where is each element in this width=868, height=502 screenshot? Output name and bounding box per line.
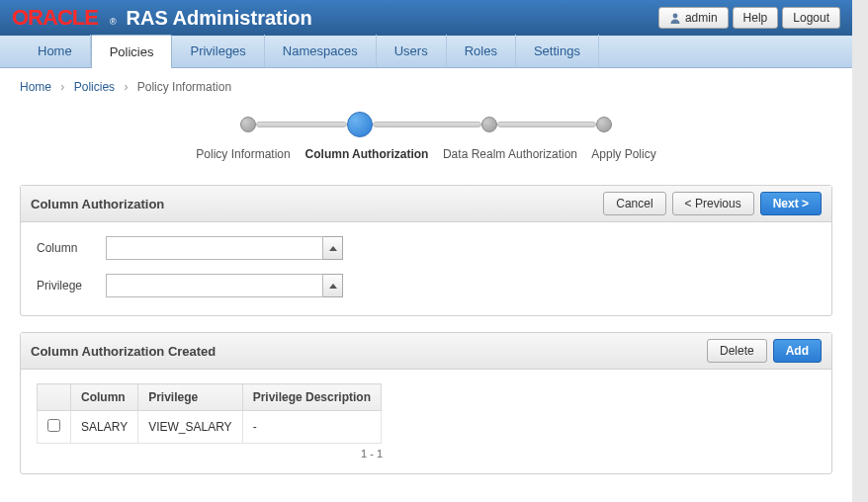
column-input[interactable] — [106, 236, 323, 260]
wizard-label-2: Column Authorization — [298, 147, 436, 161]
add-button[interactable]: Add — [773, 339, 822, 363]
breadcrumb-policies[interactable]: Policies — [74, 80, 115, 94]
wizard-steps: Policy Information Column Authorization … — [20, 112, 832, 161]
delete-button[interactable]: Delete — [707, 339, 767, 363]
select-all-header — [38, 384, 71, 411]
column-authorization-created-panel: Column Authorization Created Delete Add … — [20, 332, 832, 474]
cell-desc: - — [242, 411, 381, 444]
logout-button[interactable]: Logout — [782, 7, 840, 29]
column-header: Column — [71, 384, 138, 411]
brand-text: ORACLE — [12, 5, 98, 31]
previous-button[interactable]: < Previous — [672, 192, 754, 215]
panel-title: Column Authorization — [31, 197, 164, 211]
wizard-connector — [373, 122, 481, 127]
tab-policies[interactable]: Policies — [91, 35, 173, 68]
app-title: RAS Administration — [127, 7, 312, 30]
authorization-table: Column Privilege Privilege Description S… — [37, 383, 382, 444]
header-actions: admin Help Logout — [658, 7, 840, 29]
main-tabs: Home Policies Privileges Namespaces User… — [0, 36, 852, 68]
chevron-up-icon — [329, 246, 337, 251]
column-authorization-panel: Column Authorization Cancel < Previous N… — [20, 185, 832, 316]
tab-users[interactable]: Users — [377, 35, 447, 67]
tab-roles[interactable]: Roles — [447, 35, 516, 67]
row-checkbox[interactable] — [47, 419, 60, 432]
privilege-label: Privilege — [37, 279, 106, 293]
column-dropdown-button[interactable] — [323, 236, 343, 260]
app-header: ORACLE® RAS Administration admin Help Lo… — [0, 0, 852, 36]
wizard-connector — [497, 122, 596, 127]
breadcrumb-separator: › — [60, 80, 64, 94]
wizard-label-3: Data Realm Authorization — [436, 147, 584, 161]
table-row: SALARY VIEW_SALARY - — [38, 411, 382, 444]
logo: ORACLE® RAS Administration — [12, 5, 312, 31]
wizard-connector — [256, 122, 347, 127]
user-button[interactable]: admin — [658, 7, 729, 29]
privilege-header: Privilege — [138, 384, 242, 411]
breadcrumb-current: Policy Information — [137, 80, 231, 94]
tab-settings[interactable]: Settings — [516, 35, 599, 67]
privilege-input[interactable] — [106, 274, 323, 297]
help-button[interactable]: Help — [733, 7, 779, 29]
registered-mark: ® — [110, 17, 117, 27]
column-label: Column — [37, 241, 106, 255]
user-label: admin — [685, 11, 718, 25]
content-area: Home › Policies › Policy Information Pol… — [0, 68, 852, 502]
breadcrumb: Home › Policies › Policy Information — [20, 80, 832, 94]
tab-namespaces[interactable]: Namespaces — [265, 35, 377, 67]
privilege-dropdown-button[interactable] — [323, 274, 343, 297]
desc-header: Privilege Description — [242, 384, 381, 411]
chevron-up-icon — [329, 284, 337, 289]
wizard-dot-3 — [481, 117, 497, 132]
panel-header: Column Authorization Cancel < Previous N… — [21, 186, 831, 222]
breadcrumb-home[interactable]: Home — [20, 80, 51, 94]
wizard-dot-2-current — [347, 112, 373, 137]
tab-home[interactable]: Home — [20, 35, 91, 67]
user-icon — [669, 12, 681, 24]
svg-point-0 — [673, 14, 678, 19]
wizard-dot-4 — [596, 117, 612, 132]
wizard-dot-1 — [240, 117, 256, 132]
panel-title: Column Authorization Created — [31, 344, 216, 359]
wizard-label-1: Policy Information — [189, 147, 298, 161]
next-button[interactable]: Next > — [760, 192, 822, 215]
table-pager: 1 - 1 — [37, 444, 389, 460]
tab-privileges[interactable]: Privileges — [172, 35, 264, 67]
cell-column: SALARY — [71, 411, 138, 444]
cancel-button[interactable]: Cancel — [603, 192, 665, 215]
wizard-label-4: Apply Policy — [584, 147, 663, 161]
panel-header: Column Authorization Created Delete Add — [21, 333, 831, 370]
cell-privilege: VIEW_SALARY — [138, 411, 242, 444]
breadcrumb-separator: › — [124, 80, 128, 94]
